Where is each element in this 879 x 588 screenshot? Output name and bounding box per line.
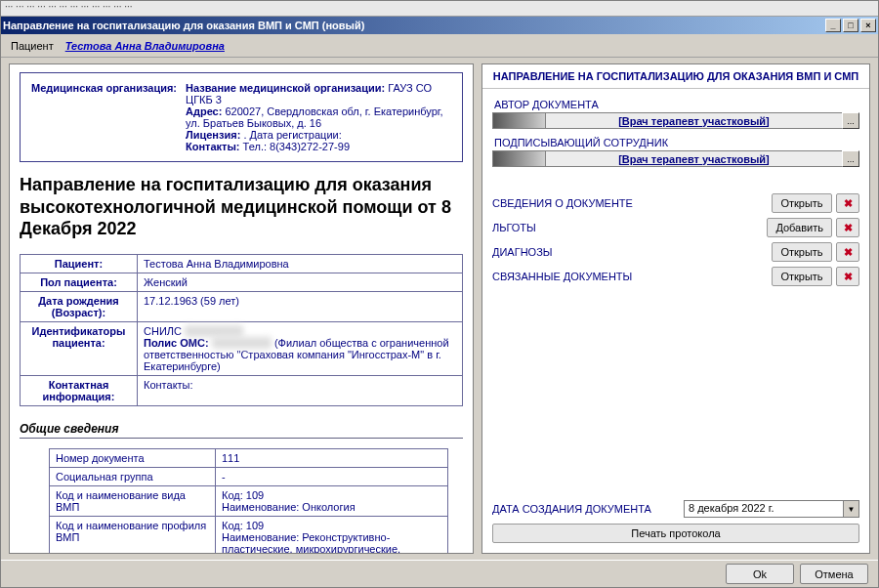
delete-icon: ✖ <box>844 271 853 283</box>
general-info-table: Номер документа111 Социальная группа- Ко… <box>49 448 448 554</box>
row-docinfo: СВЕДЕНИЯ О ДОКУМЕНТЕ Открыть ✖ <box>492 193 859 213</box>
creation-date-label: ДАТА СОЗДАНИЯ ДОКУМЕНТА <box>492 503 684 515</box>
signer-browse-button[interactable]: ... <box>842 150 859 167</box>
minimize-button[interactable]: _ <box>825 19 841 32</box>
row-diagnoses: ДИАГНОЗЫ Открыть ✖ <box>492 242 859 262</box>
author-value: [Врач терапевт участковый] <box>546 112 842 129</box>
document-panel: Медицинская организация: Название медици… <box>9 63 474 554</box>
patient-bar: Пациент Тестова Анна Владимировна <box>1 34 878 58</box>
signer-value: [Врач терапевт участковый] <box>546 150 842 167</box>
document-heading: Направление на госпитализацию для оказан… <box>20 174 463 240</box>
form-panel: НАПРАВЛЕНИЕ НА ГОСПИТАЛИЗАЦИЮ ДЛЯ ОКАЗАН… <box>481 63 870 554</box>
org-box: Медицинская организация: Название медици… <box>20 72 463 162</box>
left-pane: Медицинская организация: Название медици… <box>1 58 478 560</box>
docinfo-label: СВЕДЕНИЯ О ДОКУМЕНТЕ <box>492 197 768 209</box>
docinfo-open-button[interactable]: Открыть <box>772 193 832 213</box>
benefits-delete-button[interactable]: ✖ <box>836 218 859 237</box>
author-label: АВТОР ДОКУМЕНТА <box>494 99 859 110</box>
linked-delete-button[interactable]: ✖ <box>836 267 859 286</box>
form-footer: ДАТА СОЗДАНИЯ ДОКУМЕНТА 8 декабря 2022 г… <box>482 494 869 553</box>
author-picker[interactable]: [Врач терапевт участковый] ... <box>492 112 859 129</box>
signer-label: ПОДПИСЫВАЮЩИЙ СОТРУДНИК <box>494 137 859 148</box>
cancel-button[interactable]: Отмена <box>800 564 868 584</box>
row-benefits: ЛЬГОТЫ Добавить ✖ <box>492 218 859 237</box>
form-header: НАПРАВЛЕНИЕ НА ГОСПИТАЛИЗАЦИЮ ДЛЯ ОКАЗАН… <box>482 64 869 89</box>
linked-label: СВЯЗАННЫЕ ДОКУМЕНТЫ <box>492 271 768 282</box>
author-browse-button[interactable]: ... <box>842 112 859 129</box>
document-scroll[interactable]: Медицинская организация: Название медици… <box>10 64 473 553</box>
right-pane: НАПРАВЛЕНИЕ НА ГОСПИТАЛИЗАЦИЮ ДЛЯ ОКАЗАН… <box>478 58 878 560</box>
linked-open-button[interactable]: Открыть <box>772 267 832 286</box>
org-details: Название медицинской организации: ГАУЗ С… <box>185 81 452 153</box>
patient-link[interactable]: Тестова Анна Владимировна <box>65 40 225 52</box>
diagnoses-delete-button[interactable]: ✖ <box>836 242 859 262</box>
patient-label: Пациент <box>11 40 54 52</box>
benefits-label: ЛЬГОТЫ <box>492 222 763 233</box>
ok-button[interactable]: Ok <box>726 564 794 584</box>
app-window: ··· ··· ··· ··· ··· ··· ··· ··· ··· ··· … <box>0 0 879 588</box>
maximize-button[interactable]: □ <box>843 19 858 32</box>
close-button[interactable]: × <box>860 19 876 32</box>
titlebar: Направление на госпитализацию для оказан… <box>1 17 878 34</box>
print-protocol-button[interactable]: Печать протокола <box>492 524 859 543</box>
docinfo-delete-button[interactable]: ✖ <box>836 193 859 213</box>
diagnoses-open-button[interactable]: Открыть <box>772 242 832 262</box>
row-linked: СВЯЗАННЫЕ ДОКУМЕНТЫ Открыть ✖ <box>492 267 859 286</box>
patient-info-table: Пациент:Тестова Анна Владимировна Пол па… <box>20 254 463 406</box>
dropdown-icon[interactable]: ▼ <box>843 501 858 517</box>
signer-swatch <box>492 150 546 167</box>
author-swatch <box>492 112 546 129</box>
delete-icon: ✖ <box>844 222 853 234</box>
content-area: Медицинская организация: Название медици… <box>1 58 878 560</box>
delete-icon: ✖ <box>844 197 853 210</box>
top-menubar: ··· ··· ··· ··· ··· ··· ··· ··· ··· ··· … <box>1 1 878 17</box>
org-label: Медицинская организация: <box>30 81 183 153</box>
creation-date-value: 8 декабря 2022 г. <box>685 501 843 517</box>
signer-picker[interactable]: [Врач терапевт участковый] ... <box>492 150 859 167</box>
section-general: Общие сведения <box>20 420 463 439</box>
window-title: Направление на госпитализацию для оказан… <box>3 20 364 31</box>
delete-icon: ✖ <box>844 246 853 259</box>
dialog-footer: Ok Отмена <box>1 560 878 587</box>
creation-date-picker[interactable]: 8 декабря 2022 г. ▼ <box>684 500 859 518</box>
benefits-add-button[interactable]: Добавить <box>767 218 832 237</box>
form-body: АВТОР ДОКУМЕНТА [Врач терапевт участковы… <box>482 89 869 494</box>
diagnoses-label: ДИАГНОЗЫ <box>492 246 768 258</box>
